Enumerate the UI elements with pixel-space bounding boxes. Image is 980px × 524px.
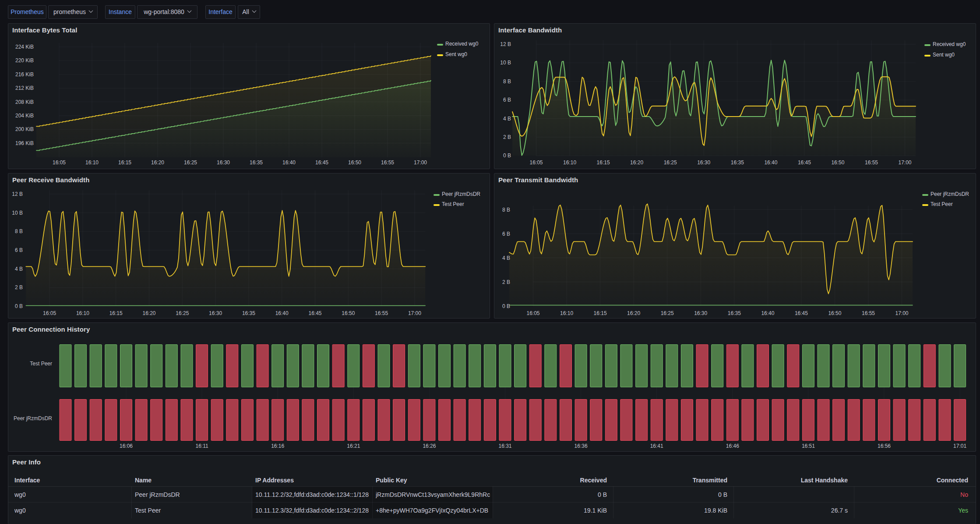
svg-text:16:15: 16:15 [594,310,607,316]
svg-text:16:10: 16:10 [76,310,89,316]
svg-text:16:25: 16:25 [664,159,677,166]
svg-text:16:30: 16:30 [209,310,222,316]
svg-text:16:30: 16:30 [694,310,707,316]
svg-text:16:11: 16:11 [196,443,208,449]
svg-text:224 KiB: 224 KiB [15,44,34,50]
svg-text:16:20: 16:20 [630,159,643,166]
svg-text:16:50: 16:50 [828,310,841,316]
svg-text:2 B: 2 B [502,279,510,285]
svg-text:10 B: 10 B [500,60,511,66]
svg-text:17:00: 17:00 [408,310,421,316]
svg-text:216 KiB: 216 KiB [15,71,34,78]
svg-text:220 KiB: 220 KiB [15,57,34,64]
svg-text:208 KiB: 208 KiB [15,99,34,105]
svg-text:16:31: 16:31 [498,443,511,449]
svg-text:16:26: 16:26 [423,443,436,449]
svg-text:16:45: 16:45 [308,310,321,316]
svg-text:16:15: 16:15 [118,159,131,166]
svg-text:0 B: 0 B [15,303,23,309]
svg-text:16:35: 16:35 [731,159,744,166]
svg-text:16:45: 16:45 [798,159,811,166]
svg-text:12 B: 12 B [12,191,23,197]
svg-text:16:45: 16:45 [315,159,328,166]
svg-text:16:30: 16:30 [217,159,230,166]
svg-text:16:46: 16:46 [726,443,739,449]
svg-text:16:15: 16:15 [597,159,610,166]
svg-text:17:01: 17:01 [953,443,966,449]
svg-text:16:25: 16:25 [661,310,674,316]
svg-text:200 KiB: 200 KiB [15,126,34,132]
svg-text:16:35: 16:35 [728,310,741,316]
svg-text:16:41: 16:41 [650,443,663,449]
svg-text:16:36: 16:36 [575,443,588,449]
svg-text:16:50: 16:50 [831,159,844,166]
svg-text:4 B: 4 B [502,255,510,261]
svg-text:8 B: 8 B [503,78,511,85]
svg-text:16:10: 16:10 [85,159,99,166]
svg-text:16:56: 16:56 [878,443,891,449]
svg-text:8 B: 8 B [502,207,510,213]
svg-text:196 KiB: 196 KiB [15,140,34,146]
svg-text:16:05: 16:05 [526,310,539,316]
svg-text:16:40: 16:40 [761,310,774,316]
svg-text:16:35: 16:35 [250,159,263,166]
svg-text:6 B: 6 B [503,97,511,103]
svg-text:16:50: 16:50 [348,159,361,166]
svg-text:12 B: 12 B [500,41,511,47]
svg-text:16:10: 16:10 [563,159,576,166]
svg-text:16:55: 16:55 [381,159,394,166]
svg-text:16:55: 16:55 [865,159,878,166]
svg-text:16:05: 16:05 [43,310,56,316]
svg-text:16:20: 16:20 [627,310,640,316]
svg-text:204 KiB: 204 KiB [15,113,34,119]
svg-text:17:00: 17:00 [895,310,908,316]
svg-text:16:16: 16:16 [271,443,284,449]
svg-text:2 B: 2 B [15,284,23,290]
svg-text:4 B: 4 B [15,266,23,272]
svg-text:16:55: 16:55 [375,310,388,316]
svg-text:2 B: 2 B [503,134,511,140]
svg-text:16:35: 16:35 [242,310,255,316]
svg-text:16:25: 16:25 [184,159,197,166]
svg-text:16:55: 16:55 [862,310,875,316]
svg-text:0 B: 0 B [503,152,511,159]
svg-text:16:21: 16:21 [347,443,360,449]
svg-text:16:05: 16:05 [53,159,66,166]
svg-text:16:06: 16:06 [120,443,133,449]
svg-text:6 B: 6 B [502,231,510,237]
svg-text:17:00: 17:00 [414,159,427,166]
svg-text:212 KiB: 212 KiB [15,85,34,91]
svg-text:16:20: 16:20 [151,159,164,166]
svg-text:16:50: 16:50 [342,310,355,316]
svg-text:16:15: 16:15 [109,310,123,316]
svg-text:8 B: 8 B [15,228,23,234]
svg-text:17:00: 17:00 [898,159,911,166]
svg-text:16:51: 16:51 [802,443,815,449]
svg-text:0 B: 0 B [502,303,510,309]
svg-text:16:10: 16:10 [560,310,573,316]
svg-text:4 B: 4 B [503,116,511,122]
svg-text:Test Peer: Test Peer [30,361,52,367]
svg-text:16:40: 16:40 [275,310,289,316]
svg-text:16:05: 16:05 [529,159,543,166]
svg-text:16:40: 16:40 [764,159,777,166]
svg-text:16:25: 16:25 [176,310,189,316]
svg-text:Peer jRzmDsDR: Peer jRzmDsDR [14,415,52,421]
svg-text:6 B: 6 B [15,247,23,253]
svg-text:16:40: 16:40 [282,159,296,166]
svg-text:10 B: 10 B [12,210,23,216]
svg-text:16:20: 16:20 [142,310,155,316]
svg-text:16:30: 16:30 [697,159,710,166]
svg-text:16:45: 16:45 [795,310,808,316]
